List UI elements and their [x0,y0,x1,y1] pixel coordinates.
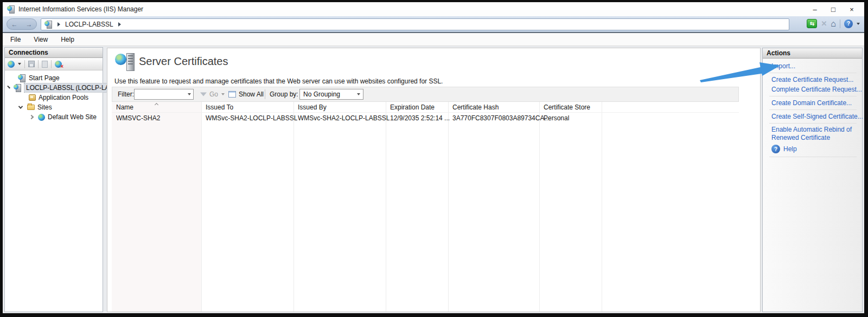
iis-node-icon [44,21,53,28]
divider [840,20,840,28]
actions-header: Actions [763,48,862,59]
group-by-dropdown[interactable]: No Grouping [299,89,363,100]
feature-description: Use this feature to request and manage c… [114,77,443,85]
column-name[interactable]: Name [116,103,133,111]
list-header: Name Issued To Issued By Expiration Date… [112,102,739,113]
show-all-icon[interactable] [228,91,236,98]
page-title: Server Certificates [139,55,228,68]
chevron-down-icon [221,93,225,95]
menu-help[interactable]: Help [54,36,81,43]
action-create-domain-certificate[interactable]: Create Domain Certificate... [771,99,857,107]
tree-item-application-pools[interactable]: Application Pools [5,93,103,102]
delete-connection-icon[interactable]: × [55,61,62,68]
application-pools-icon [29,94,36,101]
server-certificates-icon [115,52,136,73]
chevron-down-icon[interactable] [7,86,10,89]
action-create-certificate-request[interactable]: Create Certificate Request... [771,75,857,84]
menu-bar: File View Help [3,33,864,46]
tree-item-sites[interactable]: Sites [5,102,103,112]
group-by-label: Group by: [270,90,298,98]
window-title: Internet Information Services (IIS) Mana… [18,5,143,13]
menu-view[interactable]: View [27,36,54,43]
column-issued-by[interactable]: Issued By [298,103,327,111]
red-x-icon: × [60,64,63,69]
connections-toolbar: × [5,58,103,70]
close-button[interactable]: × [843,2,861,16]
iis-app-icon [7,5,15,13]
column-issued-to[interactable]: Issued To [206,103,233,111]
server-icon [14,84,22,92]
content-area: Connections × Start Page LOC [3,46,864,313]
minimize-button[interactable]: – [806,2,824,16]
connections-panel: Connections × Start Page LOC [4,47,103,312]
tree-item-start-page[interactable]: Start Page [5,73,103,83]
go-filter-icon [200,93,207,96]
sorted-column-tint [112,102,201,312]
tree-item-default-web-site[interactable]: Default Web Site [5,112,103,122]
breadcrumb-arrow-icon [58,22,60,27]
chevron-down-icon [357,93,360,95]
iis-manager-window: Internet Information Services (IIS) Mana… [3,2,864,313]
connections-tree: Start Page LOCLP-LABSSL (LOCLP-LABS Appl… [5,70,103,122]
menu-file[interactable]: File [3,36,27,43]
divider [265,89,265,99]
filter-input[interactable] [134,89,194,100]
action-import[interactable]: Import... [771,62,857,70]
refresh-icon[interactable]: ⇆ [807,19,817,28]
action-help[interactable]: Help [783,145,797,153]
divider [51,60,52,68]
start-page-icon [18,74,26,82]
show-all-button[interactable]: Show All [239,90,264,98]
divider [38,60,39,68]
breadcrumb[interactable]: LOCLP-LABSSL [41,18,789,30]
rename-icon [42,61,48,68]
go-button: Go [209,90,218,98]
divider [769,157,857,157]
connections-header: Connections [5,48,103,58]
column-certificate-hash[interactable]: Certificate Hash [452,103,499,111]
back-icon[interactable]: ← [11,21,18,28]
action-help-row[interactable]: ? Help [771,145,857,153]
breadcrumb-arrow-icon[interactable] [118,22,121,27]
divider [769,73,857,73]
help-icon: ? [771,145,780,153]
filter-toolbar: Filter: Go Show All Group by: No Groupin… [112,87,739,102]
chevron-down-icon[interactable] [18,104,23,108]
sort-ascending-icon [155,103,158,107]
maximize-button[interactable]: □ [824,2,843,16]
divider [769,123,857,124]
nav-back-forward: ← → [7,18,37,30]
create-connection-icon[interactable] [8,61,15,68]
chevron-down-icon[interactable] [857,23,860,25]
action-complete-certificate-request[interactable]: Complete Certificate Request... [771,85,857,94]
action-enable-automatic-rebind[interactable]: Enable Automatic Rebind of Renewed Certi… [771,126,853,142]
divider [769,109,857,110]
help-icon[interactable]: ? [844,20,853,28]
home-icon[interactable]: ⌂ [831,20,836,28]
divider [24,60,25,68]
save-connections-icon [28,61,35,67]
column-expiration-date[interactable]: Expiration Date [390,103,435,111]
forward-icon[interactable]: → [26,21,33,28]
divider [769,96,857,96]
breadcrumb-server[interactable]: LOCLP-LABSSL [65,21,113,28]
sites-folder-icon [27,105,35,110]
navigation-bar: ← → LOCLP-LABSSL ⇆ ✕ ⌂ ? [3,16,864,33]
actions-panel: Actions Import... Create Certificate Req… [762,48,863,312]
column-certificate-store[interactable]: Certificate Store [544,103,590,111]
web-site-icon [38,114,45,121]
chevron-down-icon[interactable] [188,93,191,95]
server-certificates-panel: Server Certificates Use this feature to … [107,48,761,312]
table-row[interactable]: WMSVC-SHA2 WMSvc-SHA2-LOCLP-LABSSL WMSvc… [112,113,739,123]
certificates-list: Name Issued To Issued By Expiration Date… [112,102,739,312]
filter-label: Filter: [118,90,134,98]
action-create-self-signed-certificate[interactable]: Create Self-Signed Certificate... [771,112,857,121]
chevron-right-icon[interactable] [29,115,34,119]
tree-item-server[interactable]: LOCLP-LABSSL (LOCLP-LABS [5,83,103,93]
chevron-down-icon[interactable] [18,63,21,65]
stop-icon: ✕ [821,20,827,28]
title-bar: Internet Information Services (IIS) Mana… [3,2,864,16]
